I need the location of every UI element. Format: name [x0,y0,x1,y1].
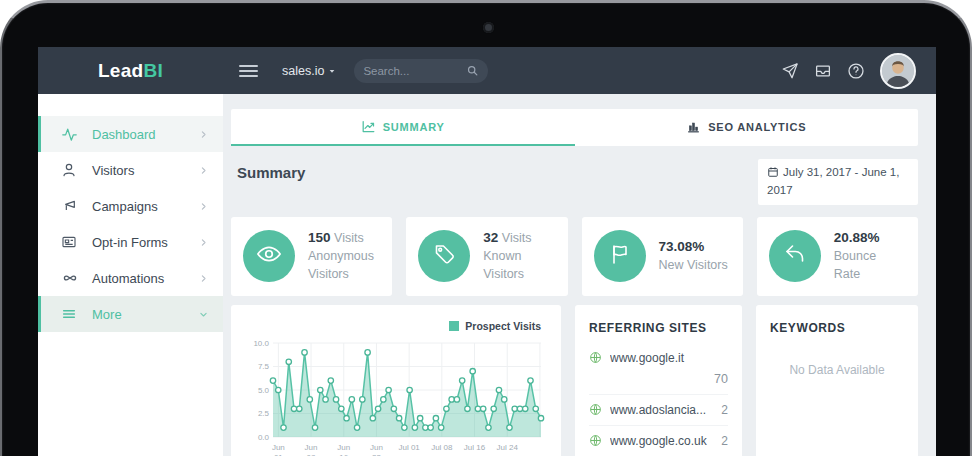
stat-unit: Visits [502,231,532,245]
stat-label: Anonymous Visitors [308,249,374,281]
stat-label: Bounce Rate [834,249,876,281]
bar-chart-icon [686,119,701,134]
svg-text:2.5: 2.5 [258,409,270,418]
tab-bar: SUMMARYSEO ANALYTICS [231,109,918,146]
stat-text: 73.08%New Visitors [659,238,728,274]
sidebar-item-label: Campaigns [92,199,158,214]
stat-value: 20.88% [834,230,880,245]
svg-text:Jul 16: Jul 16 [464,443,486,452]
stat-label: Known Visitors [483,249,524,281]
top-navbar: LeadBI sales.io [38,47,936,94]
referring-site-domain[interactable]: www.google.it [610,351,728,365]
tab-label: SUMMARY [383,121,445,133]
form-icon [61,234,79,250]
referring-site-row: www.adoslancia...2 [589,395,728,426]
eye-icon [256,241,282,271]
stat-icon-bubble [418,230,470,282]
campaign-icon [61,198,79,214]
summary-header: Summary July 31, 2017 - June 1, 2017 [237,159,918,205]
svg-text:Jul 01: Jul 01 [398,443,420,452]
svg-text:Jun16: Jun16 [337,443,350,456]
date-range-picker[interactable]: July 31, 2017 - June 1, 2017 [758,159,918,205]
sidebar-item-automations[interactable]: Automations [38,260,223,296]
referring-site-domain[interactable]: www.google.co.uk [610,434,721,448]
search-box[interactable] [354,59,488,83]
sidebar-item-label: Dashboard [92,127,156,142]
chevron-right-icon [199,166,208,175]
stat-label: New Visitors [659,258,728,272]
page-title: Summary [237,164,305,181]
visits-chart-card: Prospect Visits 0.02.55.07.510.0Jun01Jun… [231,305,561,456]
avatar[interactable] [880,53,916,89]
legend-label: Prospect Visits [465,320,541,332]
stat-value: 73.08% [659,239,705,254]
tab-label: SEO ANALYTICS [708,121,806,133]
keywords-title: KEYWORDS [770,321,904,335]
inbox-icon[interactable] [814,62,832,80]
stat-text: 150 VisitsAnonymous Visitors [308,229,380,283]
stat-text: 20.88%Bounce Rate [834,229,906,283]
svg-text:Jun01: Jun01 [272,443,285,456]
referring-sites-list: www.google.it70www.adoslancia...2www.goo… [589,343,728,456]
bottom-panels: Prospect Visits 0.02.55.07.510.0Jun01Jun… [231,305,918,456]
tab-seo-analytics[interactable]: SEO ANALYTICS [575,109,919,146]
send-icon[interactable] [781,62,799,80]
stat-icon-bubble [594,230,646,282]
globe-icon [589,403,602,416]
page-background: LeadBI sales.io DashboardVi [0,0,972,456]
line-chart-icon [361,119,376,134]
sidebar-item-dashboard[interactable]: Dashboard [38,116,223,152]
svg-text:Jul 08: Jul 08 [431,443,453,452]
logo[interactable]: LeadBI [38,60,223,82]
globe-icon [589,434,602,447]
sidebar-item-visitors[interactable]: Visitors [38,152,223,188]
stat-card-bounce-rate: 20.88%Bounce Rate [757,217,918,296]
referring-site-count: 70 [589,372,728,386]
referring-sites-card: REFERRING SITES www.google.it70www.adosl… [575,305,742,456]
svg-text:Jun23: Jun23 [370,443,383,456]
svg-text:10.0: 10.0 [253,338,269,347]
keywords-card: KEYWORDS No Data Available [756,305,918,456]
menu-icon[interactable] [239,62,258,80]
sidebar-item-label: Automations [92,271,164,286]
stat-card-new-visitors: 73.08%New Visitors [582,217,743,296]
svg-text:Jul 24: Jul 24 [497,443,519,452]
user-icon [61,162,79,178]
referring-site-row: www.google.it70 [589,343,728,395]
chevron-right-icon [199,202,208,211]
referring-site-row: www.google.co.uk2 [589,426,728,456]
stat-card-anonymous-visitors: 150 VisitsAnonymous Visitors [231,217,392,296]
tab-summary[interactable]: SUMMARY [231,109,575,146]
device-frame: LeadBI sales.io DashboardVi [0,0,972,456]
stat-icon-bubble [769,230,821,282]
logo-bi: BI [143,60,163,81]
legend-swatch [449,321,459,331]
chevron-right-icon [199,274,208,283]
workspace-dropdown[interactable]: sales.io [282,64,336,78]
stat-card-known-visitors: 32 VisitsKnown Visitors [406,217,567,296]
chart-legend: Prospect Visits [245,320,541,332]
calendar-icon [767,166,779,178]
stat-value: 150 [308,230,331,245]
referring-site-count: 2 [721,403,728,417]
sidebar: DashboardVisitorsCampaignsOpt-in FormsAu… [38,94,223,456]
referring-site-domain[interactable]: www.adoslancia... [610,403,721,417]
stat-cards: 150 VisitsAnonymous Visitors32 VisitsKno… [231,217,918,296]
sidebar-item-more[interactable]: More [38,296,223,332]
search-icon[interactable] [466,64,479,77]
app-window: LeadBI sales.io DashboardVi [38,47,936,456]
sidebar-item-campaigns[interactable]: Campaigns [38,188,223,224]
menu-icon [61,306,79,322]
referring-site-count: 2 [721,434,728,448]
svg-text:Jun08: Jun08 [305,443,318,456]
reply-icon [783,242,807,270]
search-input[interactable] [363,65,466,77]
chevron-right-icon [199,238,208,247]
chevron-right-icon [199,130,208,139]
referring-sites-title: REFERRING SITES [589,321,728,335]
tag-icon [432,242,456,270]
logo-lead: Lead [98,60,144,81]
prospect-visits-chart: 0.02.55.07.510.0Jun01Jun08Jun16Jun23Jul … [245,335,547,456]
help-icon[interactable] [847,62,865,80]
sidebar-item-opt-in-forms[interactable]: Opt-in Forms [38,224,223,260]
